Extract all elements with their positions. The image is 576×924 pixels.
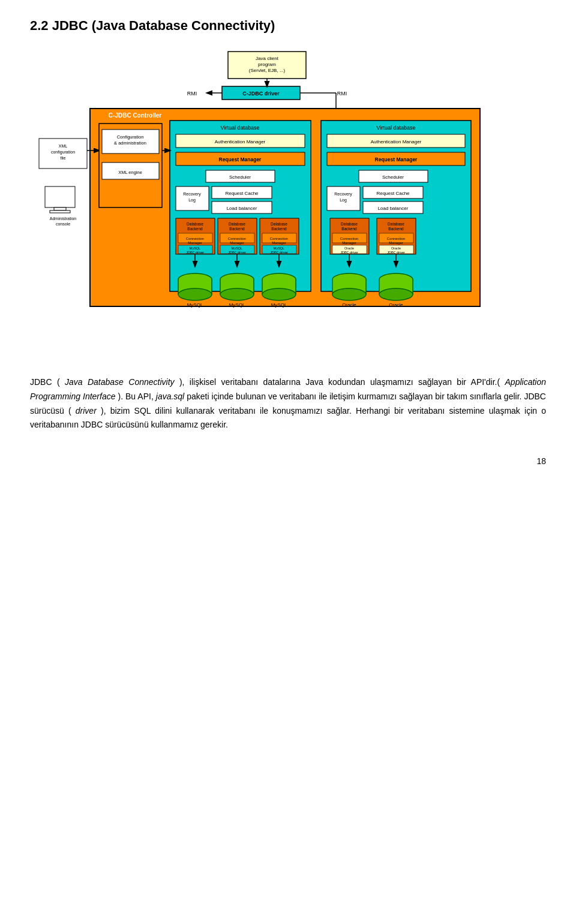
svg-text:C-JDBC Controller: C-JDBC Controller	[109, 112, 161, 119]
svg-text:Recovery: Recovery	[183, 192, 201, 197]
svg-text:Backend: Backend	[187, 227, 203, 231]
svg-text:Configuration: Configuration	[117, 134, 144, 140]
svg-text:Request Cache: Request Cache	[376, 191, 410, 196]
svg-text:Scheduler: Scheduler	[382, 174, 404, 180]
svg-rect-20	[54, 207, 66, 210]
svg-text:Connection: Connection	[340, 237, 358, 240]
svg-point-133	[332, 288, 366, 300]
svg-text:MySQL: MySQL	[232, 246, 242, 250]
svg-text:Manager: Manager	[188, 241, 202, 245]
svg-text:program: program	[258, 62, 276, 67]
svg-text:MySQL: MySQL	[187, 302, 203, 308]
svg-text:Manager: Manager	[272, 241, 286, 245]
paragraph-1: JDBC ( Java Database Connectivity ), ili…	[30, 375, 546, 432]
svg-text:Oracle: Oracle	[389, 302, 403, 308]
svg-text:MySQL: MySQL	[274, 246, 284, 250]
svg-text:console: console	[56, 222, 70, 226]
svg-text:Connection: Connection	[186, 237, 204, 240]
svg-text:Backend: Backend	[271, 227, 287, 231]
svg-text:XML: XML	[59, 144, 68, 148]
svg-rect-21	[50, 210, 70, 213]
svg-text:configuration: configuration	[51, 150, 75, 155]
svg-text:Connection: Connection	[270, 237, 288, 240]
svg-text:JDBC driver: JDBC driver	[387, 251, 405, 254]
svg-point-121	[220, 288, 254, 300]
svg-text:Backend: Backend	[388, 227, 404, 231]
svg-point-127	[262, 288, 296, 300]
svg-text:(Servlet, EJB, ...): (Servlet, EJB, ...)	[249, 68, 286, 73]
svg-text:Administration: Administration	[50, 216, 76, 221]
svg-text:JDBC driver: JDBC driver	[186, 251, 204, 254]
svg-text:Load balancer: Load balancer	[227, 206, 257, 211]
svg-text:XML engine: XML engine	[118, 170, 142, 175]
svg-text:Database: Database	[229, 222, 245, 226]
svg-text:Request Manager: Request Manager	[219, 156, 262, 162]
svg-text:Oracle: Oracle	[344, 246, 354, 250]
svg-point-115	[178, 288, 212, 300]
diagram-container: Java client program (Servlet, EJB, ...) …	[30, 46, 546, 357]
svg-text:Scheduler: Scheduler	[229, 174, 251, 180]
svg-text:Log: Log	[188, 198, 196, 203]
svg-text:Virtual database: Virtual database	[221, 125, 260, 131]
svg-point-139	[379, 288, 413, 300]
svg-text:& administration: & administration	[114, 140, 146, 146]
svg-text:Oracle: Oracle	[391, 246, 401, 250]
svg-text:Backend: Backend	[341, 227, 357, 231]
svg-text:JDBC driver: JDBC driver	[340, 251, 358, 254]
svg-rect-19	[45, 186, 75, 207]
jdbc-diagram: Java client program (Servlet, EJB, ...) …	[30, 46, 546, 357]
svg-text:RMI: RMI	[187, 91, 197, 97]
svg-text:MySQL: MySQL	[190, 246, 200, 250]
svg-text:Connection: Connection	[228, 237, 246, 240]
svg-text:Database: Database	[271, 222, 287, 226]
svg-text:Connection: Connection	[387, 237, 405, 240]
svg-text:Load balancer: Load balancer	[378, 206, 409, 211]
svg-text:file: file	[61, 156, 66, 160]
svg-text:C-JDBC driver: C-JDBC driver	[242, 91, 280, 97]
svg-text:Java client: Java client	[256, 56, 279, 61]
svg-text:Request Cache: Request Cache	[225, 191, 259, 196]
svg-text:Virtual database: Virtual database	[377, 125, 416, 131]
svg-text:RMI: RMI	[337, 91, 347, 97]
svg-text:JDBC driver: JDBC driver	[228, 251, 246, 254]
svg-text:JDBC driver: JDBC driver	[270, 251, 288, 254]
svg-text:Database: Database	[388, 222, 404, 226]
svg-text:Backend: Backend	[229, 227, 245, 231]
page-title: 2.2 JDBC (Java Database Connectivity)	[30, 18, 546, 34]
svg-text:Database: Database	[187, 222, 203, 226]
svg-text:Manager: Manager	[342, 241, 356, 245]
body-text: JDBC ( Java Database Connectivity ), ili…	[30, 375, 546, 432]
svg-text:Database: Database	[341, 222, 358, 226]
svg-text:Recovery: Recovery	[334, 192, 352, 197]
svg-text:Manager: Manager	[389, 241, 403, 245]
svg-text:Log: Log	[340, 198, 347, 203]
svg-text:Request Manager: Request Manager	[375, 156, 418, 162]
svg-text:Authentication Manager: Authentication Manager	[215, 139, 266, 145]
svg-text:Manager: Manager	[230, 241, 244, 245]
svg-text:Authentication Manager: Authentication Manager	[371, 139, 422, 145]
svg-text:Oracle: Oracle	[342, 302, 356, 308]
svg-text:MySQL: MySQL	[229, 302, 245, 308]
page-number: 18	[30, 456, 546, 466]
svg-text:MySQL: MySQL	[271, 302, 287, 308]
